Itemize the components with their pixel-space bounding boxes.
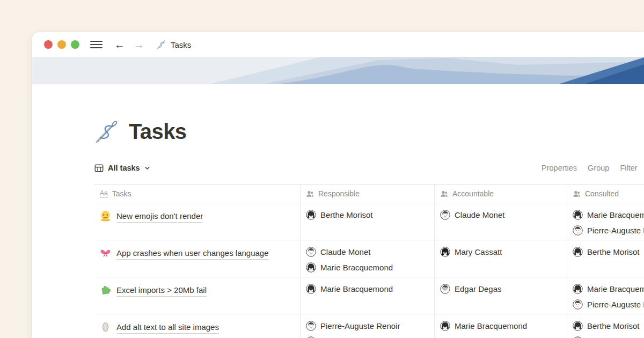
person-name: Marie Bracquemond xyxy=(587,284,644,293)
breadcrumb-title: Tasks xyxy=(171,40,191,49)
traffic-lights xyxy=(44,40,79,49)
puzzle-piece-icon xyxy=(100,284,111,296)
properties-button[interactable]: Properties xyxy=(541,164,577,172)
person-chip[interactable]: Marie Bracquemond xyxy=(306,281,434,297)
column-header-consulted[interactable]: Consulted xyxy=(567,185,644,203)
responsible-cell: Berthe Morisot xyxy=(301,203,435,240)
person-name: Edgar Degas xyxy=(455,284,502,293)
person-name: Marie Bracquemond xyxy=(455,321,527,330)
table-row: New emojis don't render Berthe Morisot C… xyxy=(94,203,644,240)
avatar xyxy=(573,284,583,294)
person-chip[interactable]: Marie Bracquemond xyxy=(573,281,644,297)
avatar xyxy=(440,247,450,257)
person-chip[interactable]: Mary Cassatt xyxy=(440,244,567,260)
menu-icon[interactable] xyxy=(90,41,103,49)
person-chip[interactable]: Claude Monet xyxy=(306,244,434,260)
needle-and-thread-icon[interactable] xyxy=(94,119,120,144)
person-chip-partial[interactable] xyxy=(573,334,644,338)
avatar xyxy=(306,247,316,257)
task-title-link[interactable]: App crashes when user changes language xyxy=(116,247,269,260)
person-name: Pierre-Auguste Renoir xyxy=(587,226,644,235)
person-name: Marie Bracquemond xyxy=(587,210,644,219)
avatar xyxy=(573,210,583,220)
person-chip[interactable]: Berthe Morisot xyxy=(306,207,434,223)
task-cell: Add alt text to all site images xyxy=(94,314,301,338)
tasks-table: Aa Tasks Responsible xyxy=(94,184,644,338)
avatar xyxy=(440,284,450,294)
view-name: All tasks xyxy=(108,164,140,172)
page-header: Tasks xyxy=(94,116,644,146)
filter-button[interactable]: Filter xyxy=(620,164,637,172)
view-selector[interactable]: All tasks xyxy=(94,164,150,173)
avatar xyxy=(306,284,316,294)
accountable-cell: Claude Monet xyxy=(435,203,567,240)
needle-and-thread-icon xyxy=(156,40,166,50)
window-titlebar: ← → Tasks xyxy=(32,32,644,57)
person-chip[interactable]: Edgar Degas xyxy=(440,281,567,297)
person-chip[interactable]: Claude Monet xyxy=(440,207,567,223)
app-window: ← → Tasks xyxy=(32,32,644,338)
avatar xyxy=(306,321,316,331)
person-property-icon xyxy=(440,190,448,198)
person-property-icon xyxy=(306,190,314,198)
person-chip[interactable]: Marie Bracquemond xyxy=(306,260,434,275)
accountable-cell: Marie Bracquemond xyxy=(435,314,567,338)
accountable-cell: Edgar Degas xyxy=(435,277,567,314)
person-property-icon xyxy=(573,190,581,198)
cocoon-icon xyxy=(100,321,111,333)
person-name: Claude Monet xyxy=(320,247,370,256)
zoom-window-button[interactable] xyxy=(71,40,79,49)
avatar xyxy=(573,299,583,310)
back-arrow-icon[interactable]: ← xyxy=(114,39,125,50)
group-button[interactable]: Group xyxy=(588,164,609,172)
consulted-cell: Marie Bracquemond Pierre-Auguste Renoir xyxy=(567,277,644,314)
ribbon-bow-icon xyxy=(100,247,111,259)
person-chip[interactable]: Pierre-Auguste Renoir xyxy=(573,223,644,238)
person-name: Marie Bracquemond xyxy=(320,284,393,293)
melting-face-icon xyxy=(100,210,111,222)
column-header-accountable[interactable]: Accountable xyxy=(435,185,567,203)
person-chip[interactable]: Pierre-Auguste Renoir xyxy=(306,318,434,334)
close-window-button[interactable] xyxy=(44,40,53,49)
person-name: Berthe Morisot xyxy=(320,210,373,219)
avatar xyxy=(440,210,450,220)
person-chip[interactable]: Marie Bracquemond xyxy=(440,318,567,334)
task-title-link[interactable]: Add alt text to all site images xyxy=(116,321,219,334)
cover-image xyxy=(32,57,644,84)
table-view-icon xyxy=(94,164,104,173)
view-actions: Properties Group Filter xyxy=(541,159,638,177)
column-header-tasks[interactable]: Aa Tasks xyxy=(94,185,301,203)
column-header-responsible[interactable]: Responsible xyxy=(301,185,435,203)
task-cell: Excel imports > 20Mb fail xyxy=(94,277,301,314)
person-name: Claude Monet xyxy=(455,210,504,219)
minimize-window-button[interactable] xyxy=(57,40,66,49)
responsible-cell: Pierre-Auguste Renoir xyxy=(301,314,435,338)
forward-arrow-icon[interactable]: → xyxy=(134,39,144,50)
avatar xyxy=(440,321,450,331)
task-cell: New emojis don't render xyxy=(94,203,301,240)
person-name: Marie Bracquemond xyxy=(320,263,393,272)
chevron-down-icon xyxy=(144,165,150,171)
task-title-link[interactable]: Excel imports > 20Mb fail xyxy=(116,284,207,297)
person-name: Pierre-Auguste Renoir xyxy=(320,321,400,330)
person-chip-partial[interactable] xyxy=(306,334,434,338)
person-chip[interactable]: Marie Bracquemond xyxy=(573,207,644,223)
avatar xyxy=(306,210,316,220)
person-name: Mary Cassatt xyxy=(455,247,502,256)
breadcrumb[interactable]: Tasks xyxy=(156,40,191,50)
person-chip[interactable]: Berthe Morisot xyxy=(573,244,644,260)
task-cell: App crashes when user changes language xyxy=(94,240,301,277)
person-name: Berthe Morisot xyxy=(587,321,640,330)
text-property-icon: Aa xyxy=(100,190,108,197)
consulted-cell: Marie Bracquemond Pierre-Auguste Renoir xyxy=(567,203,644,240)
person-name: Pierre-Auguste Renoir xyxy=(587,300,644,309)
person-chip[interactable]: Berthe Morisot xyxy=(573,318,644,334)
person-chip[interactable]: Pierre-Auguste Renoir xyxy=(573,297,644,312)
mountain-landscape xyxy=(32,57,644,84)
page-title: Tasks xyxy=(129,120,186,144)
table-row: Excel imports > 20Mb fail Marie Bracquem… xyxy=(94,277,644,314)
table-row: Add alt text to all site images Pierre-A… xyxy=(94,314,644,338)
consulted-cell: Berthe Morisot xyxy=(567,314,644,338)
table-row: App crashes when user changes language C… xyxy=(94,240,644,277)
task-title-link[interactable]: New emojis don't render xyxy=(116,210,203,223)
